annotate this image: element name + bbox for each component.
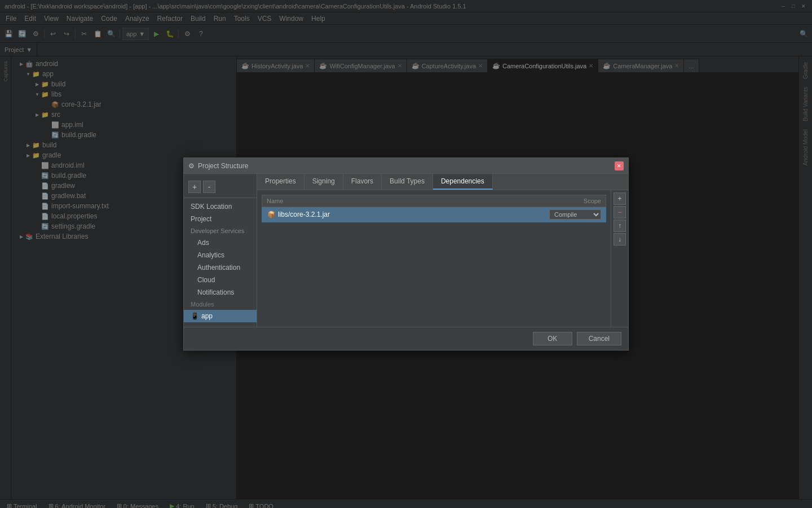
- nav-developer-services[interactable]: Developer Services: [184, 225, 257, 237]
- dialog-title-icon: ⚙: [188, 162, 195, 170]
- tab-dependencies[interactable]: Dependencies: [433, 174, 493, 190]
- dep-core-jar-name: libs/core-3.2.1.jar: [278, 211, 533, 218]
- dep-up-button[interactable]: ↑: [614, 220, 626, 232]
- deps-side-buttons: + − ↑ ↓: [611, 190, 628, 327]
- dialog-ok-button[interactable]: OK: [533, 332, 572, 345]
- nav-project[interactable]: Project: [184, 213, 257, 225]
- nav-notifications[interactable]: Notifications: [184, 286, 257, 299]
- nav-authentication[interactable]: Authentication: [184, 261, 257, 274]
- nav-app-module[interactable]: 📱 app: [184, 310, 257, 322]
- nav-analytics[interactable]: Analytics: [184, 249, 257, 261]
- tab-properties[interactable]: Properties: [257, 174, 304, 190]
- app-module-icon: 📱: [191, 312, 199, 320]
- deps-content-area: Name Scope 📦 libs/core-3.2.1.jar Compile…: [257, 190, 628, 327]
- dep-add-button[interactable]: +: [614, 192, 626, 205]
- deps-col-name: Name: [267, 198, 533, 204]
- dep-scope-select[interactable]: Compile Test compile Provided APK: [549, 209, 601, 220]
- nav-modules-section: Modules: [184, 299, 257, 310]
- app-module-label: app: [201, 312, 213, 320]
- dialog-title-bar: ⚙ Project Structure ✕: [184, 158, 628, 174]
- dialog-nav-panel: + - SDK Location Project Developer Servi…: [184, 174, 257, 327]
- deps-table-header: Name Scope: [262, 195, 606, 207]
- deps-row-core-jar[interactable]: 📦 libs/core-3.2.1.jar Compile Test compi…: [262, 207, 606, 222]
- dep-scope-container: Compile Test compile Provided APK: [533, 209, 601, 220]
- dep-jar-icon: 📦: [267, 210, 276, 219]
- dialog-add-button[interactable]: +: [188, 181, 201, 193]
- dialog-footer: OK Cancel: [184, 327, 628, 350]
- deps-table: Name Scope 📦 libs/core-3.2.1.jar Compile…: [257, 190, 611, 327]
- dialog-body: + - SDK Location Project Developer Servi…: [184, 174, 628, 327]
- dialog-remove-button[interactable]: -: [203, 181, 215, 193]
- dialog-content-panel: Properties Signing Flavors Build Types D…: [257, 174, 628, 327]
- tab-flavors[interactable]: Flavors: [343, 174, 382, 190]
- dep-remove-button[interactable]: −: [614, 206, 626, 218]
- dep-down-button[interactable]: ↓: [614, 233, 626, 246]
- dialog-add-remove-buttons: + -: [184, 178, 257, 198]
- dialog-title: ⚙ Project Structure: [188, 162, 615, 170]
- dialog-close-button[interactable]: ✕: [615, 161, 624, 170]
- dialog-cancel-button[interactable]: Cancel: [577, 332, 621, 345]
- dialog-tabs: Properties Signing Flavors Build Types D…: [257, 174, 628, 190]
- nav-cloud[interactable]: Cloud: [184, 274, 257, 286]
- project-structure-dialog: ⚙ Project Structure ✕ + - SDK Location P…: [183, 157, 629, 351]
- dialog-title-text: Project Structure: [198, 162, 248, 170]
- tab-build-types[interactable]: Build Types: [382, 174, 433, 190]
- tab-signing[interactable]: Signing: [304, 174, 343, 190]
- deps-col-scope: Scope: [533, 198, 601, 204]
- nav-sdk-location[interactable]: SDK Location: [184, 200, 257, 213]
- modal-overlay: ⚙ Project Structure ✕ + - SDK Location P…: [0, 0, 812, 508]
- nav-ads[interactable]: Ads: [184, 237, 257, 249]
